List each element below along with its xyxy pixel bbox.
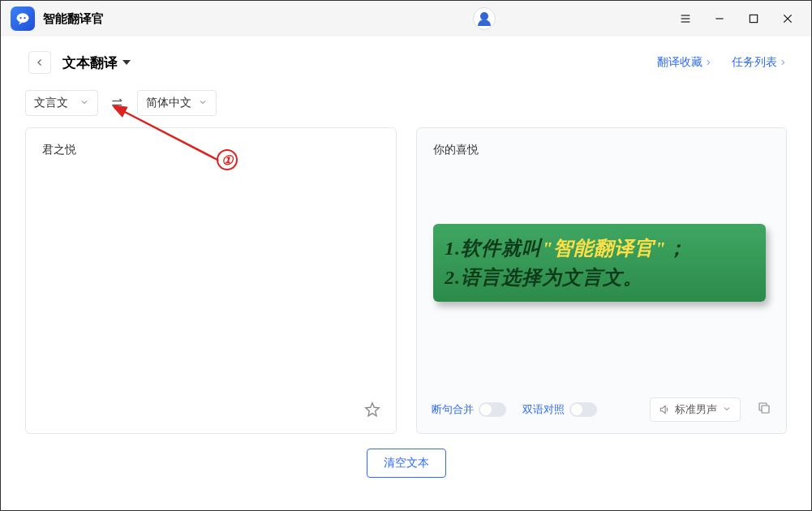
translation-panels: 君之悦 你的喜悦 断句合并 双语对照 标准男声 — [1, 127, 811, 434]
source-language-select[interactable]: 文言文 — [25, 90, 98, 116]
svg-point-2 — [24, 17, 25, 19]
avatar[interactable] — [473, 7, 496, 30]
header-row: 文本翻译 翻译收藏 任务列表 — [1, 36, 811, 84]
chevron-down-icon — [79, 97, 89, 110]
svg-point-0 — [17, 13, 29, 23]
toggle-switch — [479, 402, 506, 417]
favorites-link[interactable]: 翻译收藏 — [657, 55, 712, 70]
tasks-label: 任务列表 — [732, 55, 777, 70]
voice-select[interactable]: 标准男声 — [650, 397, 741, 422]
svg-rect-7 — [750, 15, 757, 22]
source-language-label: 文言文 — [34, 96, 68, 110]
favorite-star-button[interactable] — [363, 401, 381, 422]
app-icon — [11, 6, 35, 31]
back-button[interactable] — [28, 51, 51, 74]
maximize-button[interactable] — [745, 10, 763, 28]
bilingual-label: 双语对照 — [522, 402, 565, 417]
app-title: 智能翻译官 — [43, 11, 104, 27]
chevron-right-icon — [704, 56, 712, 69]
speaker-icon — [659, 404, 670, 415]
target-language-label: 简体中文 — [146, 96, 191, 110]
close-button[interactable] — [779, 10, 797, 28]
chevron-down-icon — [722, 404, 732, 416]
target-text: 你的喜悦 — [433, 143, 771, 157]
clear-text-label: 清空文本 — [384, 456, 429, 469]
chevron-down-icon — [198, 97, 208, 110]
tasks-link[interactable]: 任务列表 — [732, 55, 787, 70]
swap-languages-button[interactable] — [106, 95, 129, 111]
chevron-down-icon — [122, 60, 131, 65]
menu-button[interactable] — [677, 10, 694, 28]
target-language-select[interactable]: 简体中文 — [137, 90, 217, 116]
source-text-panel[interactable]: 君之悦 — [25, 127, 397, 434]
page-title: 文本翻译 — [62, 54, 118, 72]
window-controls — [677, 10, 801, 28]
favorites-label: 翻译收藏 — [657, 55, 702, 70]
source-text: 君之悦 — [42, 143, 380, 157]
titlebar: 智能翻译官 — [1, 1, 811, 36]
bilingual-toggle[interactable]: 双语对照 — [522, 402, 597, 417]
chevron-right-icon — [779, 56, 787, 69]
target-panel-footer: 断句合并 双语对照 标准男声 — [432, 397, 772, 422]
page-title-dropdown[interactable]: 文本翻译 — [62, 54, 131, 72]
toggle-switch — [569, 402, 597, 417]
sentence-merge-toggle[interactable]: 断句合并 — [432, 402, 506, 417]
sentence-merge-label: 断句合并 — [432, 402, 474, 417]
minimize-button[interactable] — [711, 10, 728, 28]
svg-point-1 — [19, 17, 21, 19]
clear-text-button[interactable]: 清空文本 — [367, 449, 446, 478]
voice-label: 标准男声 — [675, 402, 717, 417]
svg-rect-11 — [762, 406, 769, 413]
language-row: 文言文 简体中文 — [1, 84, 811, 127]
svg-marker-10 — [365, 403, 379, 416]
copy-button[interactable] — [757, 401, 771, 419]
target-text-panel: 你的喜悦 断句合并 双语对照 标准男声 — [416, 127, 788, 434]
